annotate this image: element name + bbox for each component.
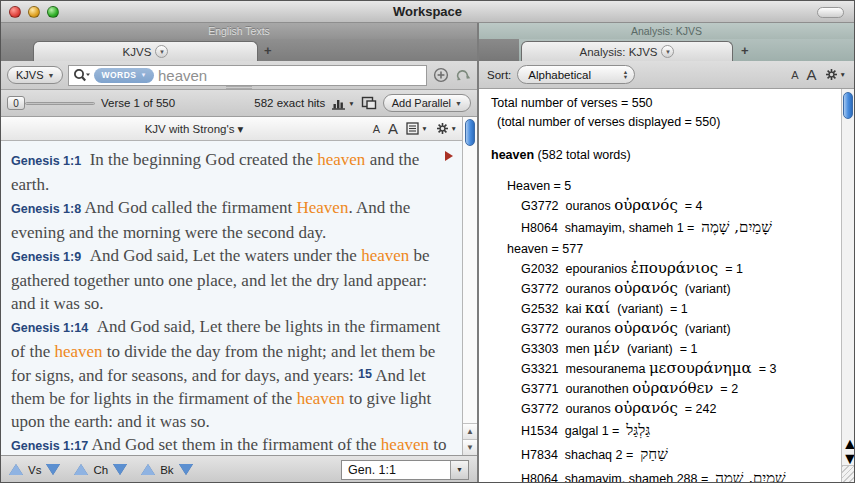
tab-analysis[interactable]: Analysis: KJVS ▼ <box>521 41 733 61</box>
minimize-window-button[interactable] <box>28 6 40 18</box>
analysis-row[interactable]: G3772 ouranos οὐρανός = 242 <box>491 399 837 419</box>
analysis-row[interactable]: G3772 ouranos οὐρανός (variant) <box>491 279 837 299</box>
hits-graph-button[interactable]: ▼ <box>331 96 354 110</box>
analysis-row[interactable]: G2532 kai καί (variant) = 1 <box>491 299 837 319</box>
tab-analysis-label: Analysis: KJVS <box>580 46 658 58</box>
module-select-button[interactable]: KJVS ▼ <box>7 66 63 84</box>
title-bar[interactable]: Workspace <box>1 1 854 23</box>
verse-position-label: Verse 1 of 550 <box>101 97 175 109</box>
analysis-row[interactable]: G3303 men μέν (variant) = 1 <box>491 339 837 359</box>
gear-menu-button[interactable]: ▼ <box>825 68 846 81</box>
new-tab-button[interactable]: + <box>264 39 272 61</box>
close-window-button[interactable] <box>9 6 21 18</box>
right-group-header[interactable]: Analysis: KJVS <box>479 23 854 39</box>
decrease-font-button[interactable]: A <box>791 69 798 81</box>
transliteration: shachaq <box>565 448 612 462</box>
displayed-verses-line: (total number of verses displayed = 550) <box>491 113 837 132</box>
analysis-row[interactable]: H1534 galgal גַּלְגַּל = 1 <box>491 419 837 443</box>
verse-slider-track[interactable] <box>25 102 95 105</box>
prev-book-button[interactable] <box>141 464 155 475</box>
verse-row[interactable]: Genesis 1:14 And God said, Let there be … <box>11 315 447 433</box>
scroll-up-button[interactable]: ▲ <box>463 423 477 439</box>
scroll-down-button[interactable]: ▼ <box>842 450 854 465</box>
analysis-row[interactable]: G3772 ouranos οὐρανός (variant) <box>491 319 837 339</box>
add-criteria-button[interactable] <box>432 67 449 84</box>
go-to-reference-combo[interactable]: Gen. 1:1 ▼ <box>341 460 469 480</box>
analysis-row[interactable]: H7834 shachaq שַׁחַק = 2 <box>491 443 837 467</box>
update-search-icon[interactable] <box>454 67 471 84</box>
tab-menu-icon[interactable]: ▼ <box>155 45 168 58</box>
prev-chapter-button[interactable] <box>74 464 88 475</box>
zoom-window-button[interactable] <box>47 6 59 18</box>
search-scope-label: WORDS <box>101 70 136 80</box>
search-icon[interactable] <box>73 68 90 83</box>
verse-row[interactable]: Genesis 1:8 And God called the firmament… <box>11 196 447 244</box>
verse-reference[interactable]: Genesis 1:14 <box>11 321 88 335</box>
left-scrollbar[interactable]: ▲ ▼ <box>462 117 477 455</box>
verse-row[interactable]: Genesis 1:1 In the beginning God created… <box>11 148 447 196</box>
reference-dropdown-button[interactable]: ▼ <box>450 461 468 479</box>
chevron-down-icon: ▼ <box>348 100 354 107</box>
next-verse-button[interactable] <box>46 464 60 475</box>
search-input[interactable]: WORDS ▼ heaven <box>68 65 427 86</box>
tab-menu-icon[interactable]: ▼ <box>661 45 674 58</box>
add-parallel-button[interactable]: Add Parallel ▼ <box>383 94 471 112</box>
analysis-row[interactable]: H8064 shamayim, shameh שָׁמַיִם, שָׁמֶה … <box>491 467 837 483</box>
next-book-button[interactable] <box>179 464 193 475</box>
chevron-down-icon: ▼ <box>48 72 55 79</box>
strongs-key: H8064 <box>521 472 558 483</box>
sort-popup[interactable]: Alphabetical ▲▼ <box>517 65 635 84</box>
verse-reference[interactable]: Genesis 1:1 <box>11 154 81 168</box>
resize-grip[interactable] <box>842 465 854 483</box>
scroll-up-button[interactable]: ▲ <box>842 435 854 450</box>
verse-reference[interactable]: Genesis 1:17 <box>11 439 88 453</box>
display-settings-button[interactable]: ▼ <box>406 122 427 135</box>
gear-menu-button[interactable]: ▼ <box>436 122 457 135</box>
analysis-row[interactable]: G3771 ouranothen οὐρανόθεν = 2 <box>491 379 837 399</box>
increase-font-button[interactable]: A <box>388 120 398 137</box>
variant-note: (variant) <box>617 302 663 316</box>
right-scrollbar-thumb[interactable] <box>843 92 853 119</box>
search-hit-word: heaven <box>361 246 409 265</box>
verse-row[interactable]: Genesis 1:9 And God said, Let the waters… <box>11 244 447 315</box>
pane-splitter-handle[interactable] <box>226 86 252 89</box>
text-version-selector[interactable]: KJV with Strong's ▾ <box>1 122 387 136</box>
transliteration: ouranos <box>565 282 610 296</box>
sort-row: Sort: Alphabetical ▲▼ A A <box>479 61 854 89</box>
transliteration: galgal <box>565 424 598 438</box>
tab-kjvs[interactable]: KJVS ▼ <box>33 41 258 61</box>
analysis-row[interactable]: H8064 shamayim, shameh שָׁמַיִם, שָׁמֶה … <box>491 216 837 240</box>
window-title: Workspace <box>393 4 462 19</box>
verse-text-area[interactable]: Genesis 1:1 In the beginning God created… <box>1 141 477 455</box>
left-scrollbar-thumb[interactable] <box>465 119 475 146</box>
strongs-key: H1534 <box>521 424 558 438</box>
verse-slider-thumb[interactable]: 0 <box>7 96 25 110</box>
transliteration: mesouranema <box>565 362 645 376</box>
search-scope-pill[interactable]: WORDS ▼ <box>94 68 154 83</box>
right-group-title: Analysis: KJVS <box>631 25 702 37</box>
book-nav-label: Bk <box>160 464 173 476</box>
analysis-row[interactable]: heaven = 577 <box>491 240 837 259</box>
scroll-down-button[interactable]: ▼ <box>463 439 477 455</box>
transliteration: epouranios <box>565 262 627 276</box>
analysis-row[interactable]: Heaven = 5 <box>491 177 837 196</box>
verse-reference[interactable]: Genesis 1:9 <box>11 250 81 264</box>
verse-reference[interactable]: Genesis 1:8 <box>11 202 81 216</box>
next-chapter-button[interactable] <box>113 464 127 475</box>
original-language-word: καί <box>585 299 610 317</box>
toolbar-toggle-button[interactable] <box>817 7 844 18</box>
verse-row[interactable]: Genesis 1:17 And God set them in the fir… <box>11 433 447 455</box>
right-scrollbar[interactable]: ▲ ▼ <box>841 89 854 483</box>
decrease-font-button[interactable]: A <box>373 123 380 135</box>
details-workspace-button[interactable] <box>361 96 377 110</box>
analysis-row[interactable]: G2032 epouranios ἐπουράνιος = 1 <box>491 259 837 279</box>
analysis-row[interactable]: G3321 mesouranema μεσουράνημα = 3 <box>491 359 837 379</box>
analysis-row[interactable]: G3772 ouranos οὐρανός = 4 <box>491 196 837 216</box>
prev-verse-button[interactable] <box>9 464 23 475</box>
increase-font-button[interactable]: A <box>807 66 817 83</box>
verse-slider[interactable]: 0 <box>7 96 95 110</box>
analysis-text-area[interactable]: Total number of verses = 550 (total numb… <box>479 89 841 483</box>
left-group-header[interactable]: English Texts <box>1 23 477 39</box>
new-tab-button[interactable]: + <box>741 39 749 61</box>
hits-count-label: 582 exact hits <box>254 97 325 109</box>
